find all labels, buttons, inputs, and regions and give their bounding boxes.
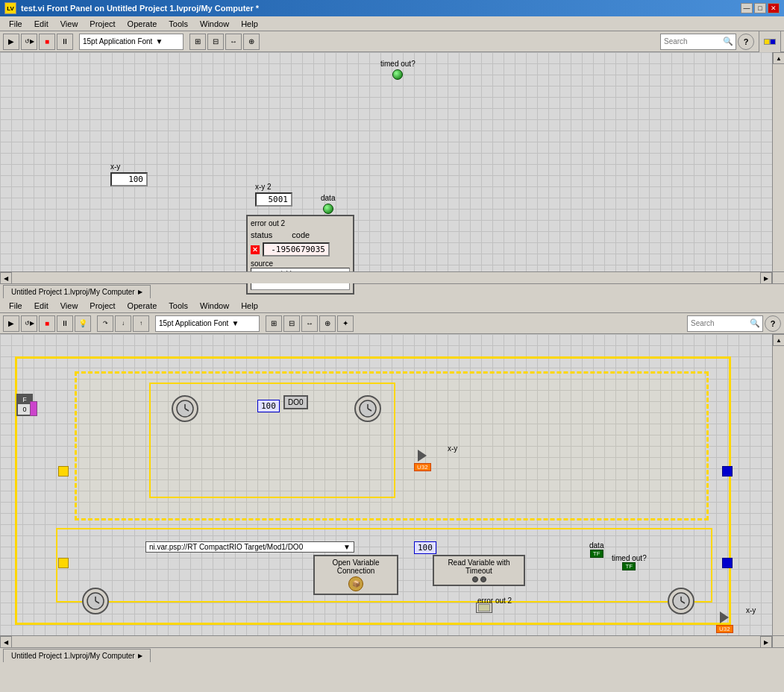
tab-bottom[interactable]: Untitled Project 1.lvproj/My Computer ▶ <box>3 649 151 662</box>
search-icon-top[interactable]: 🔍 <box>721 34 736 49</box>
do0-node: DO0 <box>283 395 308 409</box>
menu-project-bottom[interactable]: Project <box>84 300 121 312</box>
search-input-top[interactable] <box>661 37 721 45</box>
xy2-control: x-y 2 5001 <box>255 183 292 207</box>
xy-control: x-y 100 <box>110 163 148 186</box>
scroll-up-top[interactable]: ▲ <box>773 52 784 64</box>
minimize-button[interactable]: — <box>741 3 753 13</box>
scroll-track-v-bottom <box>773 346 784 635</box>
abort-btn-bottom[interactable]: ■ <box>39 315 55 332</box>
loop-connector-right-2 <box>722 558 733 568</box>
scroll-left-bottom[interactable]: ◀ <box>0 636 12 648</box>
search-icon-bottom[interactable]: 🔍 <box>747 316 762 331</box>
read-var-timeout-node: Read Variable with Timeout <box>433 555 525 586</box>
menu-bar-bottom: File Edit View Project Operate Tools Win… <box>0 298 784 313</box>
menu-edit-top[interactable]: Edit <box>28 18 54 30</box>
scroll-track-h-bottom <box>12 636 760 647</box>
scroll-left-top[interactable]: ◀ <box>0 272 12 284</box>
tab-top[interactable]: Untitled Project 1.lvproj/My Computer ▶ <box>3 285 151 298</box>
font-dropdown-top[interactable]: 15pt Application Font ▼ <box>79 34 184 50</box>
menu-file-top[interactable]: File <box>3 18 28 30</box>
title-bar-left: LV test.vi Front Panel on Untitled Proje… <box>4 2 259 14</box>
data-indicator: data <box>321 194 335 214</box>
data-label: data <box>321 194 335 202</box>
font-dropdown-bottom[interactable]: 15pt Application Font ▼ <box>155 315 260 332</box>
pause-btn[interactable]: ⏸ <box>57 34 73 50</box>
abort-btn[interactable]: ■ <box>39 34 55 50</box>
menu-window-bottom[interactable]: Window <box>194 300 235 312</box>
align-btn-bottom[interactable]: ⊞ <box>266 315 282 332</box>
xy-out2-label: x-y <box>746 606 756 614</box>
data-label-bd: data <box>589 541 603 550</box>
scrollbar-h-top[interactable]: ◀ ▶ <box>0 271 772 283</box>
conn-2 <box>480 576 486 582</box>
extra-btn-bottom[interactable]: ✦ <box>337 315 354 332</box>
menu-view-top[interactable]: View <box>54 18 84 30</box>
scrollbar-v-top[interactable]: ▲ ▼ <box>772 52 784 283</box>
step-into-btn[interactable]: ↓ <box>115 315 131 332</box>
align-btn-top[interactable]: ⊞ <box>189 34 206 50</box>
status-label: status <box>251 230 272 239</box>
tab-arrow-top: ▶ <box>138 289 142 295</box>
error-x-icon: ✕ <box>251 245 260 254</box>
menu-project-top[interactable]: Project <box>84 18 121 30</box>
help-btn-bottom[interactable]: ? <box>765 315 781 332</box>
scrollbar-h-bottom[interactable]: ◀ ▶ <box>0 635 772 647</box>
ni-var-path-dropdown[interactable]: ni.var.psp://RT CompactRIO Target/Mod1/D… <box>145 541 354 553</box>
run-btn-bottom[interactable]: ▶ <box>3 315 19 332</box>
code-value[interactable]: -1950679035 <box>263 242 330 257</box>
resize-btn-bottom[interactable]: ↔ <box>301 315 318 332</box>
resize-btn-top[interactable]: ↔ <box>225 34 242 50</box>
tf-badge-2: TF <box>622 562 636 570</box>
scroll-right-bottom[interactable]: ▶ <box>760 636 772 648</box>
run-cont-btn[interactable]: ↺▶ <box>21 34 37 50</box>
menu-tools-top[interactable]: Tools <box>163 18 194 30</box>
menu-operate-top[interactable]: Operate <box>122 18 163 30</box>
step-over-btn[interactable]: ↷ <box>97 315 113 332</box>
menu-edit-bottom[interactable]: Edit <box>28 300 54 312</box>
step-out-btn[interactable]: ↑ <box>133 315 149 332</box>
menu-help-top[interactable]: Help <box>235 18 264 30</box>
search-box-top[interactable]: 🔍 <box>660 34 736 50</box>
timed-out-led <box>392 69 403 80</box>
triangle-icon <box>418 450 427 462</box>
run-cont-btn-bottom[interactable]: ↺▶ <box>21 315 37 332</box>
scroll-up-bottom[interactable]: ▲ <box>773 334 784 346</box>
order-btn-bottom[interactable]: ⊕ <box>319 315 336 332</box>
xy-value[interactable]: 100 <box>110 172 148 186</box>
palette-btn-top[interactable] <box>759 31 781 53</box>
error-out2-label: error out 2 <box>251 219 350 227</box>
tab-arrow-bottom: ▶ <box>138 652 142 659</box>
menu-file-bottom[interactable]: File <box>3 300 28 312</box>
menu-tools-bottom[interactable]: Tools <box>163 300 194 312</box>
run-arrow-btn[interactable]: ▶ <box>3 34 19 50</box>
title-bar-buttons: — □ ✕ <box>741 3 780 13</box>
loop-connector-left-2 <box>58 558 69 568</box>
data-led <box>323 204 333 214</box>
scroll-corner-top <box>772 271 784 283</box>
search-box-bottom[interactable]: 🔍 <box>687 315 763 332</box>
menu-help-bottom[interactable]: Help <box>235 300 264 312</box>
pause-btn-bottom[interactable]: ⏸ <box>57 315 73 332</box>
xy2-value[interactable]: 5001 <box>255 192 292 207</box>
scroll-right-top[interactable]: ▶ <box>760 272 772 284</box>
search-input-bottom[interactable] <box>688 319 747 327</box>
u32-badge: U32 <box>414 463 431 471</box>
light-bulb-btn[interactable]: 💡 <box>75 315 91 332</box>
timed-out-label: timed out? <box>380 60 415 68</box>
maximize-button[interactable]: □ <box>754 3 766 13</box>
scrollbar-v-bottom[interactable]: ▲ ▼ <box>772 334 784 647</box>
close-button[interactable]: ✕ <box>768 3 780 13</box>
toolbar-top: ▶ ↺▶ ■ ⏸ 15pt Application Font ▼ ⊞ ⊟ ↔ ⊕… <box>0 31 784 52</box>
conn-1 <box>472 576 478 582</box>
dist-btn-top[interactable]: ⊟ <box>207 34 224 50</box>
u32-badge-2: U32 <box>716 625 733 633</box>
menu-window-top[interactable]: Window <box>194 18 235 30</box>
help-btn-top[interactable]: ? <box>738 34 754 50</box>
value-100-node-2: 100 <box>414 541 436 554</box>
order-btn-top[interactable]: ⊕ <box>243 34 260 50</box>
error-mini-icon <box>478 604 490 611</box>
menu-operate-bottom[interactable]: Operate <box>122 300 163 312</box>
dist-btn-bottom[interactable]: ⊟ <box>283 315 300 332</box>
menu-view-bottom[interactable]: View <box>54 300 84 312</box>
